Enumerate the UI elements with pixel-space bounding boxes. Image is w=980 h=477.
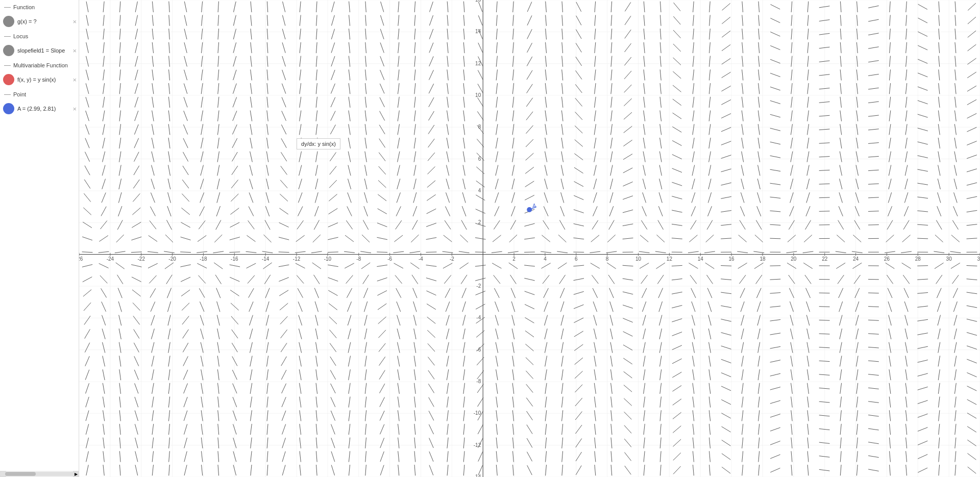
section-multivariable: — Multivariable Function f(x, y) = y sin…	[0, 58, 79, 87]
section-point: — Point A = (2.99, 2.81) ×	[0, 87, 79, 116]
section-locus-label: Locus	[13, 33, 28, 39]
color-circle-slopefield1	[3, 45, 14, 56]
color-circle-A	[3, 103, 14, 114]
scrollbar-track	[0, 472, 79, 476]
scroll-right-button[interactable]: ▶	[73, 471, 79, 477]
color-circle-g	[3, 16, 14, 27]
close-slopefield1-button[interactable]: ×	[72, 47, 77, 54]
sidebar: — Function g(x) = ? × — Locus slopefield…	[0, 0, 79, 477]
section-function: — Function g(x) = ? ×	[0, 0, 79, 29]
color-circle-f	[3, 74, 14, 85]
function-label-g: g(x) = ?	[17, 18, 76, 24]
section-function-label: Function	[13, 4, 35, 10]
section-header-function[interactable]: — Function	[0, 0, 79, 14]
multivariable-label-f: f(x, y) = y sin(x)	[17, 77, 76, 83]
close-g-button[interactable]: ×	[72, 18, 77, 25]
locus-label-slopefield1: slopefield1 = Slope	[17, 47, 76, 54]
section-header-multivariable[interactable]: — Multivariable Function	[0, 58, 79, 72]
section-multivariable-label: Multivariable Function	[13, 62, 68, 68]
graph-area[interactable]: dy/dx: y sin(x)	[79, 0, 980, 477]
section-header-locus[interactable]: — Locus	[0, 29, 79, 43]
close-f-button[interactable]: ×	[72, 77, 77, 83]
point-label-A: A = (2.99, 2.81)	[17, 106, 76, 112]
section-point-label: Point	[13, 91, 26, 97]
sidebar-scrollbar[interactable]: ◀ ▶	[0, 471, 79, 477]
collapse-multivariable-icon: —	[4, 61, 11, 69]
function-item-g: g(x) = ? ×	[0, 14, 79, 29]
point-item-A: A = (2.99, 2.81) ×	[0, 101, 79, 116]
section-locus: — Locus slopefield1 = Slope ×	[0, 29, 79, 58]
collapse-locus-icon: —	[4, 32, 11, 40]
close-A-button[interactable]: ×	[72, 106, 77, 112]
section-header-point[interactable]: — Point	[0, 87, 79, 101]
multivariable-item-f: f(x, y) = y sin(x) ×	[0, 72, 79, 87]
graph-canvas[interactable]	[79, 0, 980, 477]
locus-item-slopefield1: slopefield1 = Slope ×	[0, 43, 79, 58]
collapse-function-icon: —	[4, 3, 11, 11]
scrollbar-thumb[interactable]	[5, 472, 36, 476]
collapse-point-icon: —	[4, 90, 11, 98]
